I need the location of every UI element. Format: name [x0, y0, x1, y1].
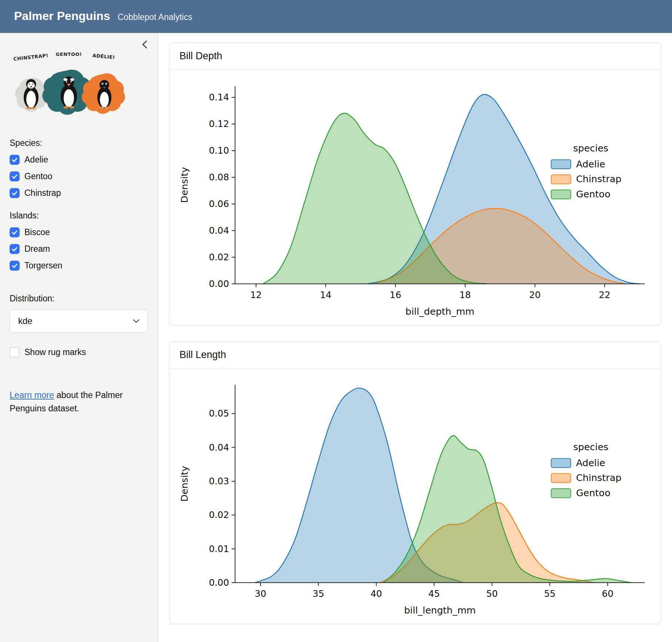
svg-text:35: 35 [313, 588, 324, 599]
checkbox-show-rug-marks[interactable]: Show rug marks [10, 347, 147, 357]
checkbox-island-biscoe[interactable]: Biscoe [10, 227, 147, 237]
checkbox-species-gentoo[interactable]: Gentoo [10, 171, 147, 181]
sidebar: CHINSTRAP! GENTOO! ADÉLIE! [0, 33, 158, 642]
svg-text:Gentoo: Gentoo [576, 188, 611, 200]
checkbox-checked-icon [10, 244, 20, 254]
svg-text:bill_depth_mm: bill_depth_mm [405, 306, 474, 317]
svg-text:0.00: 0.00 [209, 577, 229, 588]
main-content: Bill Depth 1214161820220.000.020.040.060… [158, 33, 672, 642]
svg-text:0.03: 0.03 [209, 475, 229, 486]
learn-more-link[interactable]: Learn more [10, 390, 54, 400]
checkbox-label: Adelie [24, 155, 48, 165]
checkbox-checked-icon [10, 188, 20, 198]
card-title: Bill Length [169, 342, 661, 368]
svg-text:0.02: 0.02 [209, 252, 229, 263]
svg-text:Chinstrap: Chinstrap [576, 472, 622, 483]
svg-text:22: 22 [599, 290, 610, 300]
checkbox-label: Show rug marks [24, 347, 86, 357]
artwork-label-chinstrap: CHINSTRAP! [13, 53, 49, 62]
svg-text:Adelie: Adelie [576, 457, 605, 468]
svg-text:Chinstrap: Chinstrap [576, 173, 622, 184]
svg-text:Density: Density [179, 466, 190, 502]
svg-text:20: 20 [529, 290, 541, 300]
svg-text:0.06: 0.06 [209, 198, 229, 209]
artwork-label-adelie: ADÉLIE! [92, 53, 115, 60]
card-title: Bill Depth [169, 43, 661, 70]
species-label: Species: [10, 138, 147, 148]
checkbox-label: Biscoe [24, 227, 50, 237]
checkbox-label: Gentoo [24, 171, 52, 181]
checkbox-checked-icon [10, 171, 20, 181]
svg-text:50: 50 [486, 588, 498, 599]
svg-text:0.14: 0.14 [209, 92, 229, 103]
svg-text:bill_length_mm: bill_length_mm [404, 605, 476, 616]
distribution-select-value: kde [18, 316, 33, 326]
checkbox-species-adelie[interactable]: Adelie [10, 155, 147, 165]
checkbox-unchecked-icon [10, 347, 20, 357]
svg-text:species: species [573, 143, 608, 154]
card-bill-length: Bill Length 303540455055600.000.010.020.… [169, 341, 661, 625]
checkbox-label: Chinstrap [24, 188, 61, 198]
checkbox-species-chinstrap[interactable]: Chinstrap [10, 188, 147, 198]
svg-text:30: 30 [255, 588, 266, 599]
svg-text:0.10: 0.10 [209, 145, 229, 156]
app-subtitle: Cobblepot Analytics [118, 1, 192, 33]
svg-text:Gentoo: Gentoo [576, 487, 611, 498]
svg-text:18: 18 [460, 290, 471, 300]
svg-text:0.00: 0.00 [209, 278, 229, 289]
checkbox-label: Torgersen [24, 261, 62, 271]
svg-text:Density: Density [179, 167, 190, 203]
svg-text:0.08: 0.08 [209, 172, 229, 183]
svg-text:0.04: 0.04 [209, 442, 229, 452]
distribution-label: Distribution: [10, 294, 147, 304]
svg-text:14: 14 [320, 290, 332, 300]
learn-more-text: Learn more about the Palmer Penguins dat… [10, 388, 135, 415]
bill-length-density-chart: 303540455055600.000.010.020.030.040.05bi… [172, 374, 658, 619]
app-header: Palmer Penguins Cobblepot Analytics [0, 0, 672, 33]
svg-text:0.02: 0.02 [209, 509, 229, 520]
artwork-label-gentoo: GENTOO! [56, 51, 82, 57]
chevron-left-icon [142, 40, 148, 49]
checkbox-label: Dream [24, 244, 50, 254]
penguins-artwork: CHINSTRAP! GENTOO! ADÉLIE! [10, 49, 127, 120]
app: Palmer Penguins Cobblepot Analytics CHIN… [0, 0, 672, 642]
svg-text:Adelie: Adelie [576, 158, 605, 170]
svg-text:45: 45 [429, 588, 440, 599]
islands-label: Islands: [10, 211, 147, 221]
distribution-select[interactable]: kde [10, 310, 148, 332]
svg-text:0.12: 0.12 [209, 118, 229, 129]
svg-text:40: 40 [370, 588, 382, 599]
card-bill-depth: Bill Depth 1214161820220.000.020.040.060… [169, 43, 661, 326]
svg-text:0.01: 0.01 [209, 543, 229, 554]
svg-text:55: 55 [544, 588, 555, 599]
checkbox-island-dream[interactable]: Dream [10, 244, 147, 254]
svg-text:0.05: 0.05 [209, 408, 229, 419]
sidebar-collapse-button[interactable] [139, 39, 150, 50]
svg-text:0.04: 0.04 [209, 225, 229, 236]
bill-depth-density-chart: 1214161820220.000.020.040.060.080.100.12… [172, 76, 658, 320]
svg-text:60: 60 [602, 588, 614, 599]
svg-text:16: 16 [390, 290, 401, 300]
svg-text:12: 12 [250, 290, 262, 300]
checkbox-checked-icon [10, 155, 20, 165]
chevron-down-icon [133, 319, 140, 323]
checkbox-island-torgersen[interactable]: Torgersen [10, 261, 147, 271]
app-title: Palmer Penguins [14, 0, 110, 32]
checkbox-checked-icon [10, 227, 20, 237]
svg-text:species: species [573, 441, 608, 452]
checkbox-checked-icon [10, 261, 20, 271]
